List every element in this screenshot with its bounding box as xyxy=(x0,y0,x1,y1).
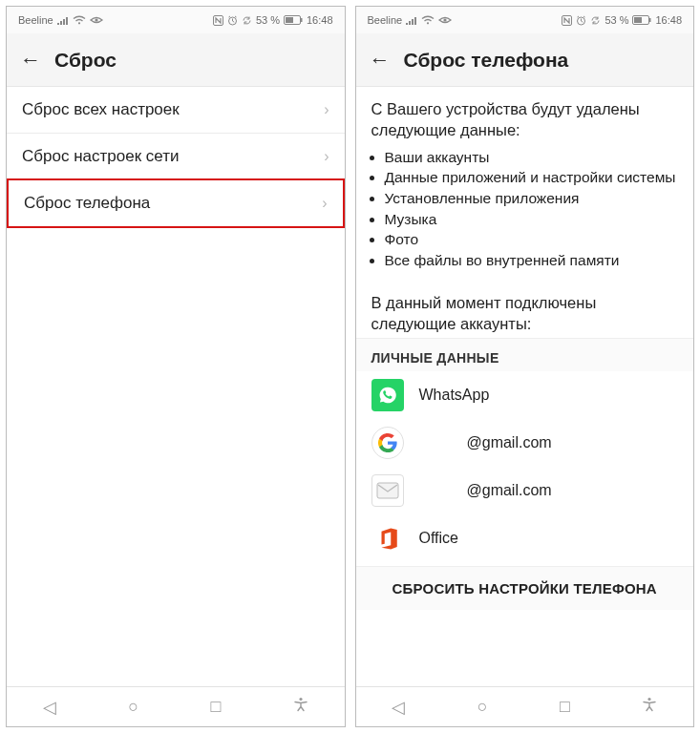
reset-phone-button[interactable]: СБРОСИТЬ НАСТРОЙКИ ТЕЛЕФОНА xyxy=(356,566,694,610)
account-label: @gmail.com xyxy=(467,434,552,451)
bullet-item: Установленные приложения xyxy=(385,188,679,209)
carrier-label: Beeline xyxy=(368,14,403,26)
svg-point-0 xyxy=(78,22,80,24)
svg-point-16 xyxy=(648,698,651,701)
eye-icon xyxy=(438,15,452,25)
wifi-icon xyxy=(421,15,435,25)
reset-network-settings[interactable]: Сброс настроек сети › xyxy=(7,134,345,180)
signal-icon xyxy=(57,15,69,25)
svg-point-7 xyxy=(299,698,302,701)
nav-bar: ◁ ○ □ xyxy=(356,686,694,726)
svg-point-9 xyxy=(444,18,447,21)
mail-icon xyxy=(371,474,404,507)
nav-back-icon[interactable]: ◁ xyxy=(43,697,56,718)
phone-left: Beeline 53 % 16:48 ← Сброс Сброс всех на… xyxy=(6,6,346,727)
account-label: Office xyxy=(419,530,459,547)
page-title: Сброс телефона xyxy=(404,49,569,72)
status-bar: Beeline 53 % 16:48 xyxy=(356,7,694,33)
back-icon[interactable]: ← xyxy=(20,50,41,71)
office-icon xyxy=(371,522,404,555)
svg-rect-15 xyxy=(377,483,398,498)
svg-point-8 xyxy=(427,22,429,24)
account-google[interactable]: @gmail.com xyxy=(356,419,694,467)
signal-icon xyxy=(406,15,417,25)
bullet-item: Фото xyxy=(385,229,679,250)
account-office[interactable]: Office xyxy=(356,514,694,562)
account-label: @gmail.com xyxy=(467,482,552,499)
battery-icon xyxy=(632,15,651,25)
nav-accessibility-icon[interactable] xyxy=(293,697,308,717)
nav-recent-icon[interactable]: □ xyxy=(560,697,570,717)
nav-back-icon[interactable]: ◁ xyxy=(392,697,405,718)
svg-rect-5 xyxy=(301,18,303,22)
svg-rect-14 xyxy=(634,17,642,23)
clock-label: 16:48 xyxy=(307,14,333,26)
account-mail[interactable]: @gmail.com xyxy=(356,467,694,514)
status-bar: Beeline 53 % 16:48 xyxy=(7,7,345,33)
delete-list: Ваши аккаунты Данные приложений и настро… xyxy=(356,145,694,281)
accounts-intro: В данный момент подключены следующие акк… xyxy=(356,281,694,339)
svg-rect-13 xyxy=(649,18,651,22)
battery-pct: 53 % xyxy=(605,14,628,26)
nav-home-icon[interactable]: ○ xyxy=(128,697,138,717)
battery-icon xyxy=(284,15,303,25)
svg-point-1 xyxy=(95,18,97,21)
item-label: Сброс телефона xyxy=(24,194,150,213)
reset-phone[interactable]: Сброс телефона › xyxy=(7,178,345,228)
item-label: Сброс настроек сети xyxy=(22,147,179,166)
bullet-item: Данные приложений и настройки системы xyxy=(385,167,679,188)
alarm-icon xyxy=(576,15,586,26)
sync-icon xyxy=(242,15,252,26)
carrier-label: Beeline xyxy=(18,14,53,26)
wifi-icon xyxy=(73,15,86,25)
phone-right: Beeline 53 % 16:48 ← Сброс телефона С Ва… xyxy=(355,6,695,727)
intro-text: С Вашего устройства будут удалены следую… xyxy=(356,87,694,145)
alarm-icon xyxy=(227,15,238,26)
bullet-item: Все файлы во внутренней памяти xyxy=(385,250,679,271)
header: ← Сброс xyxy=(7,33,345,87)
chevron-right-icon: › xyxy=(324,101,329,118)
bullet-item: Музыка xyxy=(385,209,679,230)
nfc-icon xyxy=(562,15,572,26)
nav-bar: ◁ ○ □ xyxy=(7,686,345,726)
chevron-right-icon: › xyxy=(322,195,327,212)
sync-icon xyxy=(590,15,601,26)
header: ← Сброс телефона xyxy=(356,33,694,87)
nav-accessibility-icon[interactable] xyxy=(642,697,657,717)
account-whatsapp[interactable]: WhatsApp xyxy=(356,371,694,419)
reset-all-settings[interactable]: Сброс всех настроек › xyxy=(7,87,345,134)
svg-rect-6 xyxy=(286,17,293,23)
nfc-icon xyxy=(213,15,223,26)
nav-home-icon[interactable]: ○ xyxy=(477,697,488,717)
back-icon[interactable]: ← xyxy=(370,50,391,71)
chevron-right-icon: › xyxy=(324,148,329,165)
reset-list: Сброс всех настроек › Сброс настроек сет… xyxy=(7,87,345,686)
bullet-item: Ваши аккаунты xyxy=(385,147,679,168)
reset-phone-content: С Вашего устройства будут удалены следую… xyxy=(356,87,694,686)
whatsapp-icon xyxy=(371,379,404,411)
clock-label: 16:48 xyxy=(655,14,682,26)
google-icon xyxy=(371,427,404,459)
item-label: Сброс всех настроек xyxy=(22,100,180,119)
eye-icon xyxy=(90,15,103,25)
page-title: Сброс xyxy=(54,49,117,72)
account-label: WhatsApp xyxy=(419,387,490,404)
battery-pct: 53 % xyxy=(256,14,280,26)
section-personal-data: ЛИЧНЫЕ ДАННЫЕ xyxy=(356,338,694,371)
nav-recent-icon[interactable]: □ xyxy=(210,697,221,717)
